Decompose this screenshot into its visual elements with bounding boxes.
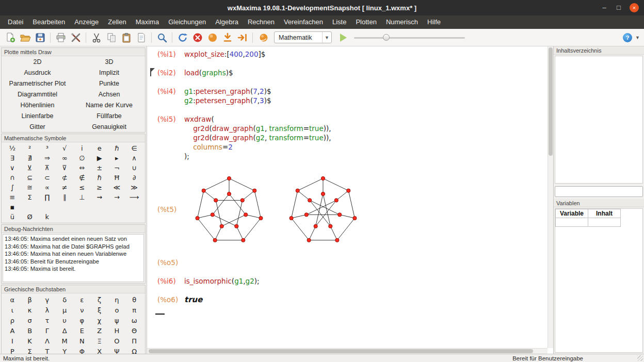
code-lines[interactable]: wxdraw( gr2d(draw_graph(g1, transform=tr… (184, 114, 331, 161)
greek-5[interactable]: ζ (91, 294, 108, 305)
save-button[interactable] (33, 31, 47, 44)
symbol-34[interactable]: ∝ (39, 183, 56, 192)
toc-search-input[interactable] (555, 186, 643, 197)
greek-33[interactable]: Κ (21, 336, 39, 346)
code-lines[interactable]: true (184, 295, 202, 304)
input-cell[interactable]: (%i4)g1:petersen_graph(7,2)$g2:petersen_… (157, 87, 548, 105)
greek-29[interactable]: Ζ (91, 325, 108, 336)
greek-1[interactable]: β (21, 294, 39, 305)
menu-algebra[interactable]: Algebra (211, 15, 243, 29)
symbol-16[interactable]: ∨ (4, 163, 21, 173)
symbol-41[interactable]: Σ (21, 192, 39, 202)
symbol-0[interactable]: ½ (4, 143, 21, 153)
symbol-35[interactable]: ≠ (56, 183, 73, 192)
symbol-17[interactable]: ⊻ (21, 163, 39, 173)
symbol-27[interactable]: ⊄ (56, 173, 73, 183)
cell-bracket[interactable] (150, 68, 154, 76)
draw-button-gitter[interactable]: Gitter (2, 121, 73, 132)
draw-button-name-der-kurve[interactable]: Name der Kurve (73, 100, 145, 110)
greek-39[interactable]: Π (125, 336, 143, 346)
animation-play-button[interactable] (340, 34, 347, 42)
variables-row[interactable] (556, 218, 621, 227)
vertical-scrollbar[interactable] (548, 46, 553, 348)
symbol-40[interactable]: ≡ (4, 192, 21, 202)
greek-40[interactable]: Ρ (4, 346, 21, 354)
menu-bearbeiten[interactable]: Bearbeiten (28, 15, 70, 29)
debug-log[interactable]: 13:46:05: Maxima sendet einen neuen Satz… (3, 234, 144, 282)
symbol-24[interactable]: ∩ (4, 173, 21, 183)
symbol-29[interactable]: ℏ (91, 173, 108, 183)
greek-8[interactable]: ι (4, 305, 21, 315)
symbol-i[interactable]: i (73, 143, 91, 153)
symbol-ü[interactable]: ü (4, 212, 21, 222)
greek-31[interactable]: Θ (125, 325, 143, 336)
input-cell[interactable]: (%i2)load(graphs)$ (157, 68, 548, 77)
code-lines[interactable]: g1:petersen_graph(7,2)$g2:petersen_graph… (184, 87, 271, 105)
greek-25[interactable]: Β (21, 325, 39, 336)
symbol-7[interactable]: ∈ (125, 143, 143, 153)
input-cell[interactable]: (%i1)wxplot_size:[400,200]$ (157, 50, 548, 59)
input-cell[interactable]: (%i5)wxdraw( gr2d(draw_graph(g1, transfo… (157, 114, 548, 161)
worksheet[interactable]: (%i1)wxplot_size:[400,200]$(%i2)load(gra… (147, 46, 548, 348)
greek-42[interactable]: Τ (39, 346, 56, 354)
greek-4[interactable]: ε (73, 294, 91, 305)
greek-28[interactable]: Ε (73, 325, 91, 336)
symbol-46[interactable]: → (108, 192, 126, 202)
paste-button[interactable] (119, 31, 133, 44)
menu-anzeige[interactable]: Anzeige (70, 15, 103, 29)
output-cell[interactable]: (%o5) (157, 258, 548, 267)
greek-35[interactable]: Μ (56, 336, 73, 346)
symbol-45[interactable]: ⇝ (91, 192, 108, 202)
configure-button[interactable] (69, 31, 83, 44)
cut-button[interactable] (89, 31, 103, 44)
horizontal-scrollbar-thumb[interactable] (149, 349, 533, 353)
greek-27[interactable]: Δ (56, 325, 73, 336)
symbol-3[interactable]: √ (56, 143, 73, 153)
symbol-23[interactable]: ∪ (125, 163, 143, 173)
symbol-14[interactable]: ▸ (108, 153, 126, 163)
input-cell[interactable]: (%i6)is_isomorphic(g1,g2); (157, 276, 548, 286)
restart-maxima-button[interactable] (175, 31, 189, 44)
evaluate-cell-button[interactable] (205, 31, 219, 44)
menu-hilfe[interactable]: Hilfe (423, 15, 445, 29)
draw-button-diagrammtitel[interactable]: Diagrammtitel (2, 89, 73, 100)
greek-12[interactable]: ν (73, 305, 91, 315)
draw-button-genauigkeit[interactable]: Genauigkeit (73, 121, 145, 132)
symbol-28[interactable]: ∉ (73, 173, 91, 183)
greek-11[interactable]: μ (56, 305, 73, 315)
animation-slider[interactable] (354, 32, 465, 43)
open-button[interactable] (18, 31, 32, 44)
greek-2[interactable]: γ (39, 294, 56, 305)
symbol-30[interactable]: Ħ (108, 173, 126, 183)
draw-button-parametrischer-plot[interactable]: Parametrischer Plot (2, 78, 73, 89)
maximize-button[interactable]: □ (615, 4, 622, 11)
plot-cell[interactable]: (%t5) (157, 170, 548, 249)
greek-14[interactable]: ο (108, 305, 126, 315)
symbol-19[interactable]: ⊽ (56, 163, 73, 173)
titlebar[interactable]: wxMaxima 19.08.1-DevelopmentSnapshot [ l… (0, 0, 644, 15)
greek-7[interactable]: θ (125, 294, 143, 305)
greek-6[interactable]: η (108, 294, 126, 305)
slider-knob[interactable] (383, 34, 390, 41)
symbol-1[interactable]: ² (21, 143, 39, 153)
symbol-e[interactable]: e (91, 143, 108, 153)
draw-button-2d[interactable]: 2D (2, 56, 73, 67)
code-lines[interactable]: is_isomorphic(g1,g2); (184, 276, 260, 286)
code-lines[interactable]: wxplot_size:[400,200]$ (184, 50, 265, 59)
toc-list[interactable] (555, 56, 643, 184)
jump-to-input-button[interactable] (235, 31, 249, 44)
greek-37[interactable]: Ξ (91, 336, 108, 346)
symbol-18[interactable]: ⊼ (39, 163, 56, 173)
symbol-k[interactable]: k (39, 212, 56, 222)
draw-button-ausdruck[interactable]: Ausdruck (2, 67, 73, 78)
close-button[interactable]: × (630, 3, 639, 12)
greek-30[interactable]: Η (108, 325, 126, 336)
minimize-button[interactable]: – (601, 4, 608, 11)
symbol-22[interactable]: ¬ (108, 163, 126, 173)
symbol-20[interactable]: ⇔ (73, 163, 91, 173)
draw-button-implizit[interactable]: Implizit (73, 67, 145, 78)
greek-26[interactable]: Γ (39, 325, 56, 336)
symbol-10[interactable]: ⇒ (39, 153, 56, 163)
toolbar-overflow-chevron-icon[interactable]: ▼ (635, 35, 640, 40)
help-button[interactable]: ? (623, 33, 632, 42)
